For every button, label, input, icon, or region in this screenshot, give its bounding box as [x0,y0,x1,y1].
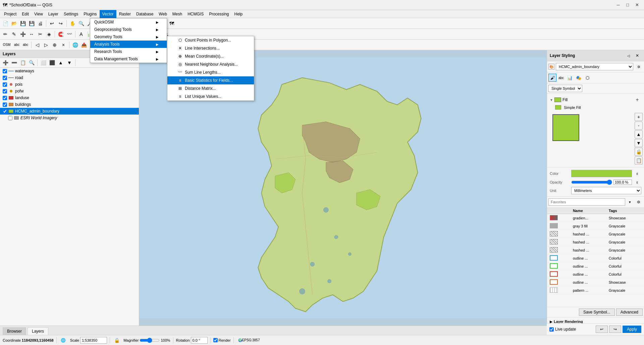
layer-item-road[interactable]: road [0,74,139,81]
digitize-btn[interactable]: ✏ [1,30,9,38]
symbol-row-hashed2[interactable]: hashed ... Grayscale [547,238,644,246]
fill-add-btn[interactable]: + [633,96,641,104]
symbols-settings-btn[interactable]: ⚙ [635,198,643,206]
move-fill-down-btn[interactable]: ▼ [635,139,643,147]
sub-count-points[interactable]: ⬡ Count Points in Polygon... [167,36,254,44]
dm-quickosm[interactable]: QuickOSM ▶ [90,18,167,26]
layer-styling-refresh[interactable]: ⚙ [635,63,643,71]
layer-checkbox-pois[interactable] [3,82,7,87]
live-update-checkbox[interactable] [549,327,554,332]
new-project-btn[interactable]: 📄 [1,19,9,27]
color-picker-bar[interactable] [571,170,632,177]
paint-icon-btn[interactable]: 🖌 [548,74,556,82]
menu-mesh[interactable]: Mesh [170,10,185,18]
move-up-btn[interactable]: ▲ [57,59,65,67]
menu-project[interactable]: Project [1,10,19,18]
nav1-btn[interactable]: ◁ [33,41,41,49]
sub-basic-statistics[interactable]: ≡ Basic Statistics for Fields... [167,76,254,84]
symbol-row-hashed1[interactable]: hashed ... Grayscale [547,230,644,238]
trace-btn[interactable]: 〰 [65,30,73,38]
rotation-input[interactable] [191,337,208,344]
delete-feature-btn[interactable]: ✂ [36,30,44,38]
zoom-in-btn[interactable]: 🔍 [77,19,85,27]
remove-from-fill-btn[interactable]: - [635,122,643,130]
menu-processing[interactable]: Processing [206,10,231,18]
menu-raster[interactable]: Raster [116,10,133,18]
opacity-expression-btn[interactable]: ε [633,178,641,186]
layer-item-esri[interactable]: ESRI World Imagery [0,115,139,121]
unit-selector[interactable]: Millimeters [571,187,641,194]
duplicate-layer-btn[interactable]: 📋 [19,59,27,67]
menu-vector[interactable]: Vector [100,10,116,18]
dm-data-mgmt[interactable]: Data Management Tools ▶ [90,55,167,63]
layer-checkbox-buildings[interactable] [3,102,7,107]
nav2-btn[interactable]: ▷ [42,41,50,49]
undo-btn[interactable]: ↩ [48,19,56,27]
export-btn[interactable]: 📤 [80,41,88,49]
sub-sum-line-lengths[interactable]: 〰 Sum Line Lengths... [167,68,254,76]
symbols-search-input[interactable] [548,198,625,206]
dm-research[interactable]: Research Tools ▶ [90,48,167,55]
menu-settings[interactable]: Settings [61,10,81,18]
symbol-row-outline1[interactable]: outline ... Colorful [547,254,644,262]
save-as-btn[interactable]: 💾 [28,19,36,27]
render-checkbox[interactable] [213,338,218,342]
layer-item-landuse[interactable]: landuse [0,94,139,101]
save-symbol-btn[interactable]: Save Symbol... [579,308,615,316]
duplicate-fill-btn[interactable]: 📋 [635,156,643,164]
node-tool-btn[interactable]: ◈ [45,30,53,38]
lock-fill-btn[interactable]: 🔒 [635,148,643,156]
advanced-btn[interactable]: Advanced [616,308,643,316]
symbol-row-pattern1[interactable]: pattern ... Grayscale [547,286,644,294]
styling-undo-btn[interactable]: ↩ [596,326,608,333]
print-layout-btn[interactable]: 🖨 [36,19,44,27]
layer-item-pois[interactable]: pois [0,81,139,88]
layer-checkbox-hcmc-admin[interactable] [3,109,7,114]
open-project-btn[interactable]: 📂 [10,19,18,27]
menu-web[interactable]: Web [156,10,169,18]
move-fill-up-btn[interactable]: ▲ [635,130,643,138]
abc-btn[interactable]: abc [13,41,21,49]
maximize-button[interactable]: □ [623,2,632,8]
sub-distance-matrix[interactable]: ⊞ Distance Matrix... [167,84,254,92]
lock-scale-btn[interactable]: 🔒 [113,336,121,344]
styling-dock-btn[interactable]: ◁ [625,52,633,60]
layer-checkbox-waterways[interactable] [3,69,7,73]
scale-input[interactable] [80,337,107,344]
layer-item-waterways[interactable]: waterways [0,68,139,74]
tab-layers[interactable]: Layers [28,327,48,335]
styling-close-btn[interactable]: ✕ [633,52,641,60]
symbol-type-selector[interactable]: Single Symbol [548,85,582,92]
symbol-row-outline4[interactable]: outline ... Showcase [547,278,644,286]
abc-style-btn[interactable]: abc [557,74,565,82]
remove-layer-btn[interactable]: ➖ [10,59,18,67]
edit-btn[interactable]: ✎ [10,30,18,38]
menu-edit[interactable]: Edit [19,10,32,18]
minimize-button[interactable]: ─ [614,2,623,8]
3d-style-btn[interactable]: ⬡ [583,74,591,82]
apply-btn[interactable]: Apply [623,326,641,333]
sub-mean-coordinates[interactable]: ⊕ Mean Coordinate(s)... [167,52,254,60]
snap-btn[interactable]: 🧲 [57,30,65,38]
opacity-slider[interactable] [571,180,612,185]
dm-analysis[interactable]: Analysis Tools ▶ [90,41,167,48]
nav4-btn[interactable]: × [59,41,67,49]
sub-nearest-neighbour[interactable]: ◎ Nearest Neighbour Analysis... [167,60,254,68]
sub-list-unique-values[interactable]: ≡ List Unique Values... [167,92,254,100]
symbol-row-gradient[interactable]: gradien... Showcase [547,214,644,222]
close-button[interactable]: ✕ [633,2,641,8]
layer-item-pofw[interactable]: pofw [0,88,139,94]
move-feature-btn[interactable]: ↔ [28,30,36,38]
symbol-row-hashed3[interactable]: hashed ... Grayscale [547,246,644,254]
dm-geometry[interactable]: Geometry Tools ▶ [90,33,167,41]
menu-plugins[interactable]: Plugins [81,10,99,18]
label-btn[interactable]: A [77,30,85,38]
osm-btn[interactable]: OSM [1,41,12,49]
move-down-btn[interactable]: ▼ [65,59,73,67]
menu-help[interactable]: Help [232,10,246,18]
atlas-btn[interactable]: 🗺 [168,19,176,27]
abc2-btn[interactable]: abc [21,41,30,49]
expand-all-btn[interactable]: ⬜ [39,59,47,67]
layer-checkbox-pofw[interactable] [3,89,7,93]
menu-layer[interactable]: Layer [46,10,61,18]
